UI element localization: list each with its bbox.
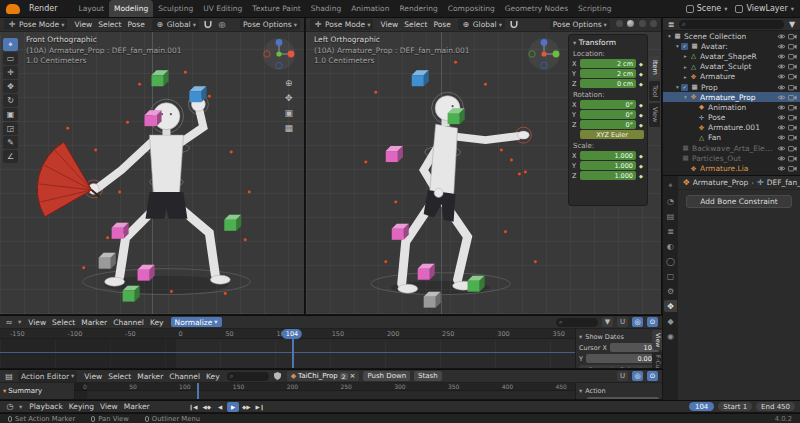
normalize-toggle[interactable]: Normalize ▾: [171, 317, 222, 327]
editor-type-icon[interactable]: ◷: [5, 402, 15, 411]
expand-arrow-icon[interactable]: ▾: [674, 43, 681, 49]
outliner-item-label[interactable]: Pose: [708, 113, 775, 122]
proportional-icon[interactable]: ◎: [632, 371, 643, 381]
annotate-tool-button[interactable]: ✎: [3, 136, 18, 149]
keyframe-dot-icon[interactable]: ◆: [638, 163, 644, 169]
eye-icon[interactable]: [777, 165, 786, 172]
keyframe-dot-icon[interactable]: ◆: [638, 102, 644, 108]
outliner-row[interactable]: ▸✥Armature: [663, 72, 800, 82]
blender-logo-icon[interactable]: [6, 4, 20, 14]
eye-icon[interactable]: [777, 84, 786, 91]
breadcrumb-bone[interactable]: DEF_fan_main.001: [767, 178, 800, 187]
workspace-tab-uv-editing[interactable]: UV Editing: [198, 0, 247, 18]
navigation-gizmo[interactable]: [262, 37, 296, 71]
rotate-tool-button[interactable]: ↻: [3, 94, 18, 107]
solid-shading-icon[interactable]: [627, 20, 634, 27]
outliner-row[interactable]: △Fan: [663, 133, 800, 143]
snap-magnet-icon[interactable]: [509, 20, 519, 29]
outliner-row[interactable]: ▸△Avatar_ShapeR: [663, 51, 800, 61]
outliner-row[interactable]: ▸△Avatar_Sculpt: [663, 62, 800, 72]
workspace-tab-geometry-nodes[interactable]: Geometry Nodes: [500, 0, 573, 18]
editor-type-icon[interactable]: ▤: [4, 372, 14, 381]
expand-arrow-icon[interactable]: ▸: [682, 53, 689, 59]
current-frame-field[interactable]: 104: [689, 402, 714, 411]
editor-type-icon[interactable]: ≣: [666, 20, 676, 29]
transform-value-field[interactable]: 2 cm: [580, 69, 636, 78]
transform-value-field[interactable]: 1.000: [580, 171, 636, 180]
graph-sidebar-tab-view[interactable]: View: [652, 330, 662, 350]
action-menu-channel[interactable]: Channel: [166, 370, 203, 382]
action-menu-select[interactable]: Select: [105, 370, 134, 382]
previous-keyframe-button[interactable]: ◀◆: [201, 402, 213, 412]
expand-arrow-icon[interactable]: ▾: [674, 84, 681, 90]
move-tool-button[interactable]: ✥: [3, 80, 18, 93]
tool-tab-icon[interactable]: ⌖: [664, 180, 677, 192]
data-tab-icon[interactable]: ◆: [664, 315, 677, 327]
outliner-item-label[interactable]: Armature: [700, 72, 775, 81]
outliner-row[interactable]: ▾✥Armature_Prop: [663, 92, 800, 102]
unlink-icon[interactable]: ×: [350, 372, 356, 380]
action-menu-key[interactable]: Key: [203, 370, 223, 382]
collection-checkbox[interactable]: ✓: [681, 43, 688, 50]
camera-icon[interactable]: [788, 134, 797, 141]
channel-search-input[interactable]: ⌕: [227, 372, 269, 381]
rendered-shading-icon[interactable]: [650, 20, 657, 27]
jump-to-start-button[interactable]: ❙◀: [187, 402, 200, 412]
pose-options-button[interactable]: Pose Options ▾: [240, 19, 300, 30]
eye-icon[interactable]: [777, 63, 786, 70]
outliner-row[interactable]: ▾✓▦Avatar:: [663, 41, 800, 51]
physics-tab-icon[interactable]: ◉: [664, 330, 677, 342]
expand-arrow-icon[interactable]: ▸: [682, 74, 689, 80]
filter-icon[interactable]: ▼: [602, 317, 613, 327]
panel-collapse-icon[interactable]: ▾: [579, 387, 582, 395]
expand-arrow-icon[interactable]: ▾: [682, 94, 689, 100]
workspace-tab-shading[interactable]: Shading: [306, 0, 346, 18]
push-down-button[interactable]: Push Down: [363, 371, 410, 381]
fan-prop[interactable]: [37, 142, 99, 217]
keyframe-dot-icon[interactable]: ◆: [638, 122, 644, 128]
outliner-row[interactable]: ✥Armature.001: [663, 123, 800, 133]
jump-to-end-button[interactable]: ▶❙: [253, 402, 266, 412]
action-name-field[interactable]: ◆ TaiChi_Prop 2 ×: [287, 371, 360, 381]
camera-icon[interactable]: [788, 63, 797, 70]
outliner-row[interactable]: ◆Animation: [663, 102, 800, 112]
sidebar-action-name-field[interactable]: TaiChi_Prop: [587, 397, 659, 399]
keyframe-dot-icon[interactable]: ◆: [638, 61, 644, 67]
panel-collapse-icon[interactable]: ▾: [579, 333, 582, 341]
timeline-menu-playback[interactable]: Playback: [26, 401, 65, 413]
timeline-menu-view[interactable]: View: [97, 401, 121, 413]
cursor-tool-button[interactable]: ✛: [3, 66, 18, 79]
camera-icon[interactable]: [788, 73, 797, 80]
keyframe-dot-icon[interactable]: ◆: [638, 81, 644, 87]
mode-selector[interactable]: ✛ Pose Mode ▾: [310, 19, 373, 30]
rotation-mode-field[interactable]: XYZ Euler: [580, 130, 644, 139]
outliner-item-label[interactable]: Avatar_Sculpt: [700, 62, 775, 71]
keyframe-dot-icon[interactable]: ◆: [638, 173, 644, 179]
scene-selector[interactable]: Scene ▾: [686, 4, 728, 13]
viewport-side[interactable]: ✛ Pose Mode ▾ ViewSelectPose ⊕ Global ▾ …: [306, 18, 662, 314]
outliner-row[interactable]: ▾▦Scene Collection: [663, 31, 800, 41]
view-layer-tab-icon[interactable]: ≣: [664, 225, 677, 237]
outliner-item-label[interactable]: Fan: [708, 133, 775, 142]
eye-icon[interactable]: [777, 114, 786, 121]
action-ruler[interactable]: 050100150200250300350400450: [75, 383, 575, 391]
cursor-to-selection-button[interactable]: Cursor to Selection: [579, 365, 659, 368]
viewport-side-canvas[interactable]: Left Orthographic (10A) Armature_Prop : …: [306, 32, 661, 314]
camera-icon[interactable]: [788, 165, 797, 172]
viewport-menu-pose[interactable]: Pose: [430, 19, 453, 31]
overlay-toggle-icon[interactable]: ⊙: [647, 371, 658, 381]
viewport-front[interactable]: ✛ Pose Mode ▾ ViewSelectPose ⊕ Global ▾ …: [0, 18, 305, 314]
output-tab-icon[interactable]: ▤: [664, 210, 677, 222]
summary-channel[interactable]: ▾ Summary: [0, 383, 75, 399]
outliner-item-label[interactable]: Backwave_Arta_Elements: [692, 144, 775, 153]
eye-icon[interactable]: [777, 73, 786, 80]
play-reverse-button[interactable]: ◀: [214, 402, 226, 412]
transform-value-field[interactable]: 0°: [580, 110, 636, 119]
outliner-item-label[interactable]: Particles_Out: [692, 154, 775, 163]
action-menu-marker[interactable]: Marker: [134, 370, 166, 382]
camera-icon[interactable]: [788, 43, 797, 50]
eye-icon[interactable]: [777, 155, 786, 162]
outliner-row[interactable]: ✥Armature.Lia: [663, 163, 800, 173]
snap-icon[interactable]: U: [617, 371, 628, 381]
menu-window[interactable]: Window: [25, 18, 65, 19]
